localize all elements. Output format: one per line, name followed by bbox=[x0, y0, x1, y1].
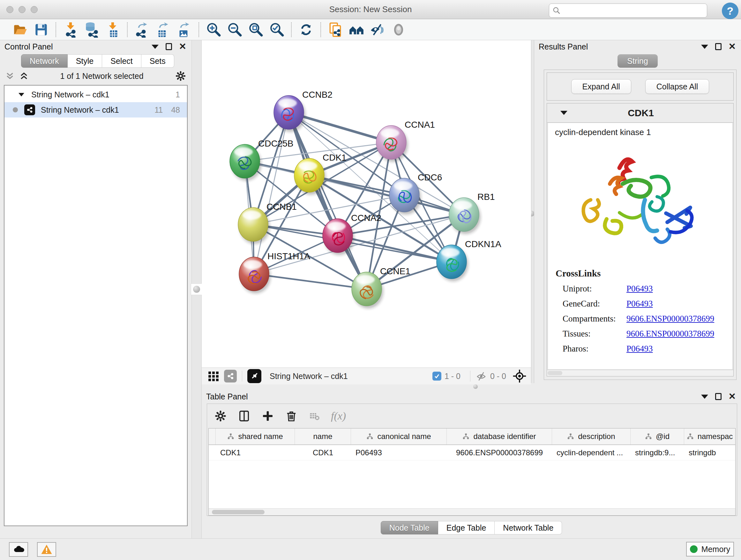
string-tab-icon[interactable] bbox=[224, 370, 237, 382]
panel-float-icon[interactable] bbox=[715, 393, 722, 400]
splitter-knob[interactable] bbox=[471, 383, 480, 390]
collapse-all-button[interactable]: Collapse All bbox=[645, 79, 710, 94]
cell-canonical-name[interactable]: P06493 bbox=[351, 445, 447, 460]
panel-close-icon[interactable]: ✕ bbox=[729, 392, 736, 401]
refresh-view-button[interactable] bbox=[295, 21, 317, 38]
column-canonical-name[interactable]: canonical name bbox=[351, 428, 447, 444]
zoom-out-button[interactable] bbox=[224, 21, 245, 38]
table-horizontal-scrollbar[interactable] bbox=[209, 508, 735, 515]
network-collection-row[interactable]: String Network – cdk1 1 bbox=[4, 87, 187, 102]
expand-all-icon[interactable] bbox=[19, 71, 29, 81]
network-node-HIST1H1A[interactable]: HIST1H1A bbox=[239, 251, 310, 294]
tab-node-table[interactable]: Node Table bbox=[381, 521, 438, 535]
crosslink-tissues[interactable]: 9606.ENSP00000378699 bbox=[626, 329, 714, 339]
panel-menu-icon[interactable] bbox=[701, 45, 708, 49]
collection-expander-icon[interactable] bbox=[18, 93, 24, 97]
network-node-CCNE1[interactable]: CCNE1 bbox=[352, 266, 410, 308]
save-session-button[interactable] bbox=[30, 21, 52, 38]
cell-database-identifier[interactable]: 9606.ENSP00000378699 bbox=[447, 445, 552, 460]
section-expander-icon[interactable] bbox=[560, 111, 567, 115]
clone-network-button[interactable] bbox=[325, 21, 346, 38]
protein-section-header[interactable]: CDK1 bbox=[547, 104, 733, 123]
zoom-selected-button[interactable] bbox=[266, 21, 287, 38]
panel-close-icon[interactable]: ✕ bbox=[729, 42, 736, 51]
cloud-status-button[interactable] bbox=[9, 542, 28, 557]
expand-all-button[interactable]: Expand All bbox=[571, 79, 631, 94]
network-node-CDKN1A[interactable]: CDKN1A bbox=[436, 239, 501, 281]
memory-button[interactable]: Memory bbox=[686, 542, 734, 557]
show-columns-icon[interactable] bbox=[238, 410, 251, 422]
zoom-fit-button[interactable] bbox=[245, 21, 266, 38]
zoom-selected-icon bbox=[269, 22, 285, 38]
column-namespace[interactable]: namespac bbox=[684, 428, 735, 444]
results-splitter[interactable] bbox=[531, 40, 534, 383]
cell-namespace[interactable]: stringdb bbox=[684, 445, 735, 460]
search-input[interactable] bbox=[561, 4, 707, 17]
panel-menu-icon[interactable] bbox=[701, 395, 708, 399]
scrollbar-thumb[interactable] bbox=[212, 510, 265, 514]
import-table-file-button[interactable] bbox=[102, 21, 123, 38]
scrollbar-thumb[interactable] bbox=[548, 371, 562, 375]
delete-column-icon[interactable] bbox=[285, 410, 298, 422]
birds-eye-toggle-button[interactable] bbox=[346, 21, 367, 38]
cell-shared-name[interactable]: CDK1 bbox=[216, 445, 295, 460]
import-network-database-button[interactable] bbox=[81, 21, 102, 38]
tab-style[interactable]: Style bbox=[68, 54, 103, 68]
export-table-button[interactable] bbox=[152, 21, 174, 38]
network-node-CDC6[interactable]: CDC6 bbox=[389, 172, 442, 214]
export-image-button[interactable] bbox=[174, 21, 195, 38]
help-button[interactable]: ? bbox=[722, 3, 738, 19]
network-node-RB1[interactable]: RB1 bbox=[449, 192, 495, 234]
column-name[interactable]: name bbox=[295, 428, 351, 444]
table-options-gear-icon[interactable] bbox=[214, 410, 227, 422]
zoom-in-button[interactable] bbox=[203, 21, 224, 38]
tab-sets[interactable]: Sets bbox=[141, 54, 174, 68]
tab-edge-table[interactable]: Edge Table bbox=[438, 521, 495, 535]
fit-selected-crosshair-icon[interactable] bbox=[513, 369, 527, 383]
grid-view-icon[interactable] bbox=[207, 370, 219, 382]
splitter-knob[interactable] bbox=[191, 284, 202, 295]
panel-float-icon[interactable] bbox=[165, 43, 172, 50]
panel-float-icon[interactable] bbox=[715, 43, 722, 50]
tab-select[interactable]: Select bbox=[102, 54, 141, 68]
network-edge-HIST1H1A-CCNE1[interactable] bbox=[254, 274, 367, 289]
network-row-selected[interactable]: String Network – cdk1 1148 bbox=[4, 102, 187, 118]
crosslink-pharos[interactable]: P06493 bbox=[626, 344, 653, 354]
column-description[interactable]: description bbox=[552, 428, 630, 444]
cell-name[interactable]: CDK1 bbox=[295, 445, 351, 460]
column-database-identifier[interactable]: database identifier bbox=[447, 428, 552, 444]
selected-checkbox[interactable] bbox=[432, 372, 441, 381]
crosslink-uniprot[interactable]: P06493 bbox=[626, 284, 653, 294]
network-node-CCNB1[interactable]: CCNB1 bbox=[238, 202, 297, 244]
cell-description[interactable]: cyclin-dependent ... bbox=[552, 445, 630, 460]
search-box[interactable] bbox=[549, 3, 707, 17]
tab-string[interactable]: String bbox=[617, 54, 657, 68]
panel-close-icon[interactable]: ✕ bbox=[179, 42, 186, 51]
clone-network-icon bbox=[327, 22, 343, 38]
hide-graphics-details-button[interactable] bbox=[367, 21, 388, 38]
export-network-button[interactable] bbox=[131, 21, 152, 38]
collapse-all-icon[interactable] bbox=[5, 71, 15, 81]
network-options-gear-icon[interactable] bbox=[175, 70, 186, 82]
column-id[interactable]: @id bbox=[630, 428, 684, 444]
panel-menu-icon[interactable] bbox=[151, 45, 158, 49]
birds-eye-button[interactable] bbox=[247, 369, 261, 383]
network-edge-CCNB2-CCNE1[interactable] bbox=[289, 112, 367, 289]
network-edge-CCNA2-CDKN1A[interactable] bbox=[338, 236, 452, 262]
tab-network-table[interactable]: Network Table bbox=[495, 521, 562, 535]
crosslink-compartments[interactable]: 9606.ENSP00000378699 bbox=[626, 314, 714, 324]
cell-id[interactable]: stringdb:9... bbox=[630, 445, 684, 460]
results-scrollbar[interactable] bbox=[547, 370, 733, 376]
open-session-button[interactable] bbox=[10, 21, 30, 38]
vertical-splitter[interactable] bbox=[192, 40, 202, 538]
warnings-button[interactable] bbox=[37, 542, 56, 557]
column-shared-name[interactable]: shared name bbox=[216, 428, 295, 444]
add-column-icon[interactable] bbox=[261, 410, 274, 422]
show-graphics-details-button[interactable] bbox=[388, 21, 409, 38]
crosslink-genecard[interactable]: P06493 bbox=[626, 299, 653, 309]
network-canvas[interactable]: CCNB2CCNA1CDC25BCDK1CDC6RB1CCNB1CCNA2CDK… bbox=[202, 40, 531, 366]
table-row[interactable]: CDK1 CDK1 P06493 9606.ENSP00000378699 cy… bbox=[209, 445, 735, 460]
tab-network[interactable]: Network bbox=[21, 54, 68, 68]
network-edge-CCNB2-HIST1H1A[interactable] bbox=[254, 112, 289, 274]
import-network-file-button[interactable] bbox=[60, 21, 81, 38]
